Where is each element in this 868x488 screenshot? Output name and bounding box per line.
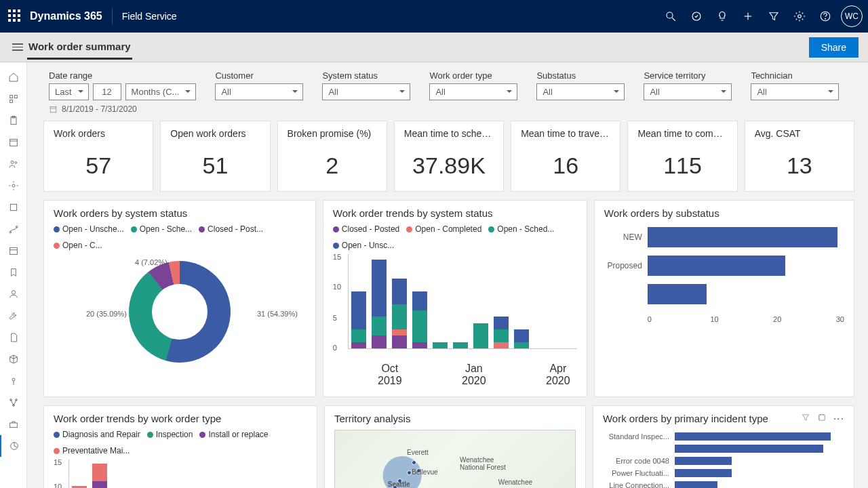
user-avatar[interactable]: WC (841, 5, 863, 27)
substatus-label: Substatus (536, 70, 625, 81)
legend-item: Closed - Posted (342, 224, 399, 234)
svg-rect-9 (9, 96, 12, 98)
nav-toggle-icon[interactable] (8, 41, 27, 53)
kpi-title: Work orders (54, 128, 143, 139)
date-range-text: 8/1/2019 - 7/31/2020 (62, 104, 137, 114)
customer-label: Customer (215, 70, 303, 81)
panel-donut[interactable]: Work orders by system status Open - Unsc… (43, 200, 316, 397)
kpi-title: Mean time to schedul... (404, 128, 494, 139)
type-dropdown[interactable]: All (429, 83, 517, 100)
chart-legend: Open - Unsche... Open - Sche... Closed -… (54, 224, 306, 250)
rail-home-icon[interactable] (0, 66, 26, 88)
panel-focus-icon[interactable] (817, 413, 827, 422)
gear-icon[interactable] (787, 0, 812, 33)
date-relation-dropdown[interactable]: Last (49, 83, 89, 100)
tech-dropdown[interactable]: All (751, 83, 839, 100)
svg-point-8 (825, 18, 826, 19)
panel-more-icon[interactable]: ··· (833, 413, 844, 425)
share-button[interactable]: Share (809, 37, 859, 58)
territory-dropdown[interactable]: All (644, 83, 732, 100)
rail-gear-icon[interactable] (0, 175, 26, 197)
territory-map[interactable]: Everett Bellevue Seattle Tacoma Wenatche… (334, 430, 576, 488)
rail-calendar-icon[interactable] (0, 131, 26, 153)
chart-legend: Diagnosis and Repair Inspection Install … (54, 430, 307, 455)
rail-bookmark-icon[interactable] (0, 262, 26, 283)
panel-trends-status[interactable]: Work order trends by system status Close… (323, 200, 587, 397)
panel-substatus[interactable]: Work orders by substatus NEWProposed 010… (594, 200, 854, 397)
donut-label: 4 (7.02%) (135, 258, 167, 266)
global-header: Dynamics 365 Field Service WC (0, 0, 868, 33)
page-title: Work order summary (27, 35, 132, 60)
search-icon[interactable] (658, 0, 684, 33)
idea-icon[interactable] (709, 0, 735, 33)
legend-item: Closed - Post... (208, 224, 263, 234)
panel-filter-icon[interactable] (801, 413, 810, 422)
customer-dropdown[interactable]: All (215, 83, 303, 100)
rail-route-icon[interactable] (0, 218, 26, 240)
x-label: Jan 2020 (455, 363, 493, 387)
rail-doc-icon[interactable] (0, 327, 26, 348)
kpi-value: 13 (755, 152, 844, 179)
legend-item: Preventative Mai... (62, 446, 130, 455)
legend-item: Open - Sched... (497, 224, 554, 234)
kpi-card[interactable]: Avg. CSAT13 (745, 121, 854, 192)
rail-network-icon[interactable] (0, 392, 26, 413)
kpi-title: Mean time to complet... (637, 128, 727, 139)
add-icon[interactable] (735, 0, 761, 33)
app-launcher-icon[interactable] (8, 9, 22, 23)
kpi-card[interactable]: Mean time to complet...115 (627, 121, 737, 192)
panel-incident[interactable]: ··· Work orders by primary incident type… (593, 405, 854, 488)
rail-person-icon[interactable] (0, 283, 26, 305)
rail-people-icon[interactable] (0, 153, 26, 175)
rail-schedule-icon[interactable] (0, 88, 26, 110)
stacked-bar-chart: 151050 (333, 254, 577, 363)
rail-calendar2-icon[interactable] (0, 240, 26, 262)
title-bar: Work order summary Share (0, 33, 868, 62)
x-label: Oct 2019 (371, 363, 409, 387)
kpi-card[interactable]: Mean time to travel (h...16 (511, 121, 620, 192)
task-icon[interactable] (684, 0, 709, 33)
rail-toolbox-icon[interactable] (0, 413, 26, 435)
svg-rect-29 (9, 423, 17, 428)
kpi-card[interactable]: Broken promise (%)2 (277, 121, 387, 192)
panel-territory[interactable]: Territory analysis Everett Bellevue Seat… (324, 405, 586, 488)
tech-label: Technician (751, 70, 839, 81)
date-unit-dropdown[interactable]: Months (C... (125, 83, 197, 100)
rail-wrench-icon[interactable] (0, 305, 26, 327)
date-n-input[interactable]: 12 (93, 83, 121, 100)
date-range-label: Date range (49, 70, 196, 81)
rail-box-icon[interactable] (0, 197, 26, 218)
kpi-title: Broken promise (%) (288, 128, 377, 139)
status-dropdown[interactable]: All (322, 83, 410, 100)
rail-analytics-icon[interactable] (0, 435, 26, 457)
panel-title: Work orders by substatus (604, 207, 844, 219)
kpi-card[interactable]: Open work orders51 (160, 121, 270, 192)
legend-item: Inspection (156, 430, 193, 439)
svg-point-25 (12, 378, 15, 381)
kpi-value: 115 (637, 152, 727, 179)
svg-point-16 (11, 161, 14, 163)
content-area: Date range Last 12 Months (C... Customer… (27, 62, 868, 488)
svg-point-0 (667, 12, 673, 18)
kpi-value: 51 (170, 152, 260, 179)
substatus-dropdown[interactable]: All (536, 83, 625, 100)
status-label: System status (322, 70, 410, 81)
legend-item: Open - C... (62, 241, 102, 250)
legend-item: Open - Sche... (140, 224, 192, 234)
legend-item: Open - Completed (415, 224, 481, 234)
panel-trends-type[interactable]: Work order trends by work order type Dia… (43, 405, 317, 488)
help-icon[interactable] (812, 0, 838, 33)
svg-point-17 (15, 162, 17, 164)
filter-bar: Date range Last 12 Months (C... Customer… (30, 62, 861, 103)
hbar-chart: Standard Inspec...Error code 0048Power F… (603, 430, 844, 488)
rail-cube-icon[interactable] (0, 348, 26, 370)
kpi-card[interactable]: Mean time to schedul...37.89K (394, 121, 504, 192)
chart-legend: Closed - Posted Open - Completed Open - … (333, 224, 577, 250)
kpi-card[interactable]: Work orders57 (43, 121, 153, 192)
filter-icon[interactable] (761, 0, 787, 33)
rail-pin-icon[interactable] (0, 370, 26, 392)
donut-label: 20 (35.09%) (86, 310, 127, 318)
svg-point-20 (9, 231, 12, 233)
panel-title: Work order trends by work order type (54, 413, 307, 424)
rail-clipboard-icon[interactable] (0, 110, 26, 131)
